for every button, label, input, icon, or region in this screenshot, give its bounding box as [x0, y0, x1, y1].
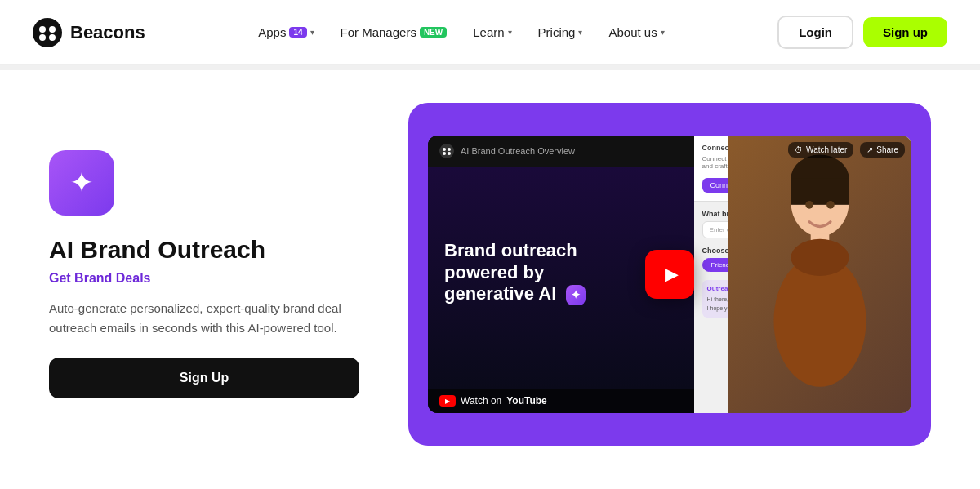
- nav-pricing[interactable]: Pricing ▾: [527, 19, 595, 46]
- share-label: Share: [876, 145, 898, 154]
- nav-apps-label: Apps: [258, 25, 286, 39]
- nav-managers[interactable]: For Managers NEW: [329, 19, 459, 46]
- beacons-logo-icon: [33, 18, 62, 47]
- wand-icon: ✦: [566, 285, 586, 305]
- navbar: Beacons Apps 14 ▾ For Managers NEW Learn…: [0, 0, 980, 65]
- video-title-line2: powered by: [444, 262, 544, 282]
- brand-name: Beacons: [70, 22, 145, 43]
- learn-chevron-icon: ▾: [508, 28, 512, 37]
- svg-point-7: [448, 148, 451, 151]
- nav-apps-badge: 14: [289, 27, 306, 38]
- nav-learn[interactable]: Learn ▾: [461, 19, 523, 46]
- youtube-label: YouTube: [506, 395, 547, 407]
- nav-about-label: About us: [608, 25, 657, 39]
- watch-on-label: Watch on: [461, 395, 501, 407]
- play-button[interactable]: [645, 250, 694, 299]
- person-silhouette: [737, 149, 902, 413]
- hero-subtitle: Get Brand Deals: [49, 271, 359, 286]
- pricing-chevron-icon: ▾: [578, 28, 582, 37]
- person-overlay: [728, 136, 911, 413]
- svg-point-4: [49, 34, 56, 41]
- watch-later-label: Watch later: [806, 145, 847, 154]
- watch-later-btn[interactable]: ⏱ Watch later: [788, 142, 853, 158]
- svg-point-1: [39, 26, 46, 33]
- apps-chevron-icon: ▾: [310, 28, 314, 37]
- video-bottom-bar: Watch on YouTube: [428, 389, 694, 413]
- svg-point-2: [49, 26, 56, 33]
- video-title-line3: generative AI: [444, 283, 556, 304]
- hero-description: Auto-generate personalized, expert-quali…: [49, 299, 359, 338]
- nav-pricing-label: Pricing: [538, 25, 576, 39]
- nav-about[interactable]: About us ▾: [597, 19, 675, 46]
- video-container: AI Brand Outreach Overview Brand outreac…: [428, 136, 911, 413]
- video-title-line1: Brand outreach: [444, 240, 577, 260]
- nav-apps[interactable]: Apps 14 ▾: [247, 19, 325, 46]
- video-title: Brand outreach powered by generative AI …: [444, 240, 678, 305]
- about-chevron-icon: ▾: [661, 28, 665, 37]
- svg-point-3: [39, 34, 46, 41]
- svg-point-6: [443, 148, 446, 151]
- share-icon: ↗: [866, 145, 873, 154]
- svg-rect-12: [791, 179, 849, 205]
- person-background: [728, 136, 911, 413]
- hero-signup-button[interactable]: Sign Up: [49, 358, 359, 398]
- youtube-icon: [439, 395, 456, 407]
- video-inner: AI Brand Outreach Overview Brand outreac…: [428, 136, 911, 413]
- video-logo-icon: [439, 144, 454, 158]
- hero-section: ✦ AI Brand Outreach Get Brand Deals Auto…: [0, 70, 980, 478]
- clock-icon: ⏱: [795, 145, 803, 154]
- brand-logo[interactable]: Beacons: [33, 18, 145, 47]
- svg-point-17: [826, 201, 835, 209]
- app-icon: ✦: [49, 150, 114, 216]
- signup-button[interactable]: Sign up: [863, 17, 947, 47]
- share-btn[interactable]: ↗ Share: [860, 142, 905, 158]
- video-header-label: AI Brand Outreach Overview: [461, 146, 575, 156]
- login-button[interactable]: Login: [777, 16, 853, 49]
- hero-left: ✦ AI Brand Outreach Get Brand Deals Auto…: [49, 150, 359, 398]
- svg-point-16: [805, 201, 813, 209]
- nav-auth: Login Sign up: [777, 16, 947, 49]
- youtube-link[interactable]: Watch on YouTube: [439, 395, 547, 407]
- svg-point-5: [439, 144, 454, 158]
- nav-links: Apps 14 ▾ For Managers NEW Learn ▾ Prici…: [247, 19, 676, 46]
- app-icon-symbol: ✦: [69, 166, 94, 200]
- nav-managers-label: For Managers: [341, 25, 416, 39]
- video-controls: ⏱ Watch later ↗ Share: [788, 142, 905, 158]
- video-header: AI Brand Outreach Overview: [428, 136, 694, 167]
- hero-title: AI Brand Outreach: [49, 235, 359, 265]
- svg-point-9: [448, 152, 451, 155]
- svg-point-8: [443, 152, 446, 155]
- nav-learn-label: Learn: [473, 25, 504, 39]
- svg-point-15: [791, 239, 849, 276]
- what-section: What is it?: [0, 478, 980, 489]
- hero-video-card: AI Brand Outreach Overview Brand outreac…: [408, 103, 931, 446]
- svg-point-0: [33, 18, 62, 47]
- nav-managers-badge: NEW: [420, 27, 447, 38]
